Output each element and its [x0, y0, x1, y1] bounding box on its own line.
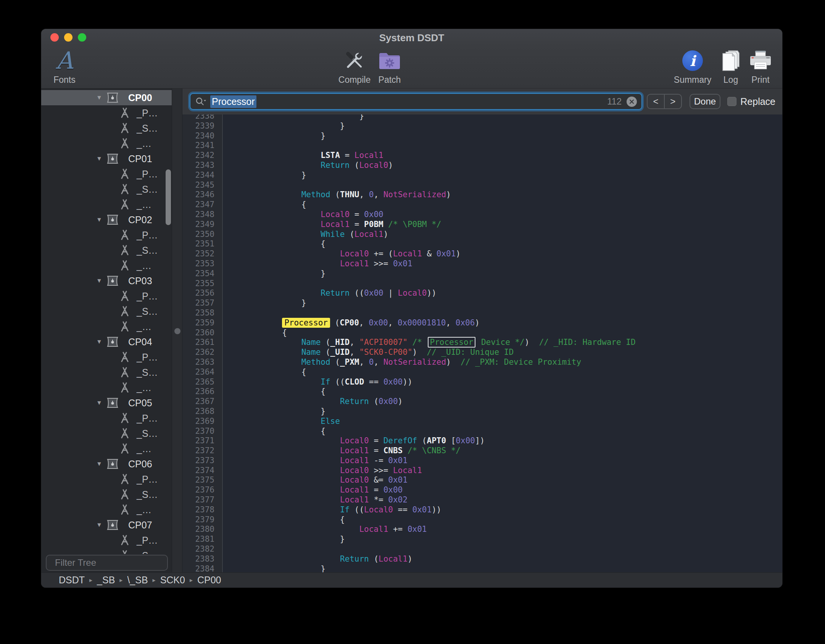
code-line[interactable]: 2380 Local1 += 0x01	[182, 525, 782, 535]
breadcrumb-item[interactable]: _SB	[97, 575, 115, 586]
code-line[interactable]: 2358	[182, 308, 782, 318]
sidebar-group-row[interactable]: ▼ CP06	[41, 456, 172, 472]
sidebar-child-row[interactable]: _…	[41, 441, 172, 456]
code-line[interactable]: 2353 Local1 >>= 0x01	[182, 259, 782, 269]
code-line[interactable]: 2379 {	[182, 515, 782, 525]
sidebar-child-row[interactable]: _P…	[41, 349, 172, 365]
breadcrumb-item[interactable]: SCK0	[160, 575, 185, 586]
sidebar-child-row[interactable]: _P…	[41, 105, 172, 121]
sidebar-child-row[interactable]: _S…	[41, 182, 172, 197]
sidebar-group-row[interactable]: ▼ CP02	[41, 212, 172, 227]
code-line[interactable]: 2349 Local1 = P0BM /* \P0BM */	[182, 220, 782, 230]
disclosure-triangle-icon[interactable]: ▼	[95, 399, 104, 406]
code-line[interactable]: 2369 Else	[182, 417, 782, 427]
disclosure-triangle-icon[interactable]: ▼	[95, 522, 104, 528]
splitter-handle-icon[interactable]	[174, 328, 180, 334]
summary-button[interactable]: i Summary	[672, 47, 714, 87]
code-line[interactable]: 2359 Processor (CP00, 0x00, 0x00001810, …	[182, 318, 782, 328]
sidebar-child-row[interactable]: _P…	[41, 533, 172, 548]
code-line[interactable]: 2373 Local1 -= 0x01	[182, 456, 782, 466]
code-line[interactable]: 2352 Local0 += (Local1 & 0x01)	[182, 249, 782, 259]
code-line[interactable]: 2342 LSTA = Local1	[182, 151, 782, 161]
disclosure-triangle-icon[interactable]: ▼	[95, 460, 104, 467]
pane-splitter[interactable]	[172, 89, 182, 572]
code-line[interactable]: 2374 Local0 >>= Local1	[182, 466, 782, 476]
filter-tree-field[interactable]	[46, 555, 168, 571]
sidebar-child-row[interactable]: _S…	[41, 365, 172, 380]
sidebar-group-row[interactable]: ▼ CP00	[41, 90, 172, 105]
breadcrumb-item[interactable]: CP00	[197, 575, 221, 586]
filter-tree-input[interactable]	[55, 557, 172, 568]
code-line[interactable]: 2354 }	[182, 269, 782, 279]
fonts-button[interactable]: A Fonts	[44, 47, 85, 87]
code-line[interactable]: 2381 }	[182, 535, 782, 544]
disclosure-triangle-icon[interactable]: ▼	[95, 155, 104, 162]
code-line[interactable]: 2384 }	[182, 564, 782, 572]
code-line[interactable]: 2383 Return (Local1)	[182, 554, 782, 564]
sidebar-child-row[interactable]: _…	[41, 502, 172, 517]
disclosure-triangle-icon[interactable]: ▼	[95, 216, 104, 223]
code-line[interactable]: 2363 Method (_PXM, 0, NotSerialized) // …	[182, 357, 782, 367]
sidebar-child-row[interactable]: _…	[41, 197, 172, 212]
code-line[interactable]: 2340 }	[182, 131, 782, 141]
disclosure-triangle-icon[interactable]: ▼	[95, 338, 104, 345]
sidebar-child-row[interactable]: _…	[41, 319, 172, 334]
sidebar-child-row[interactable]: _…	[41, 380, 172, 395]
find-next-button[interactable]: >	[665, 95, 681, 108]
replace-checkbox[interactable]	[727, 97, 736, 106]
sidebar-child-row[interactable]: _S…	[41, 426, 172, 441]
code-line[interactable]: 2368 }	[182, 407, 782, 417]
code-line[interactable]: 2370 {	[182, 427, 782, 436]
code-line[interactable]: 2351 {	[182, 239, 782, 249]
code-line[interactable]: 2372 Local1 = CNBS /* \CNBS */	[182, 446, 782, 456]
code-line[interactable]: 2364 {	[182, 367, 782, 377]
sidebar-child-row[interactable]: _P…	[41, 166, 172, 182]
sidebar-child-row[interactable]: _S…	[41, 487, 172, 502]
code-line[interactable]: 2365 If ((CLOD == 0x00))	[182, 377, 782, 387]
print-button[interactable]: Print	[740, 47, 781, 87]
disclosure-triangle-icon[interactable]: ▼	[95, 277, 104, 284]
code-line[interactable]: 2377 Local1 *= 0x02	[182, 495, 782, 505]
sidebar-child-row[interactable]: _S…	[41, 304, 172, 319]
code-line[interactable]: 2360 {	[182, 328, 782, 338]
find-field[interactable]: Processor 112	[190, 93, 642, 110]
code-line[interactable]: 2343 Return (Local0)	[182, 161, 782, 171]
code-line[interactable]: 2345	[182, 180, 782, 190]
code-line[interactable]: 2366 {	[182, 387, 782, 397]
sidebar-group-row[interactable]: ▼ CP05	[41, 395, 172, 411]
disclosure-triangle-icon[interactable]: ▼	[95, 94, 104, 101]
sidebar-child-row[interactable]: _P…	[41, 411, 172, 426]
code-line[interactable]: 2357 }	[182, 298, 782, 308]
code-line[interactable]: 2367 Return (0x00)	[182, 397, 782, 407]
code-line[interactable]: 2382	[182, 544, 782, 554]
find-input[interactable]: Processor	[210, 95, 256, 108]
sidebar-group-row[interactable]: ▼ CP04	[41, 334, 172, 349]
code-line[interactable]: 2346 Method (THNU, 0, NotSerialized)	[182, 190, 782, 200]
code-line[interactable]: 2378 If ((Local0 == 0x01))	[182, 505, 782, 515]
clear-search-icon[interactable]	[627, 97, 637, 107]
code-line[interactable]: 2361 Name (_HID, "ACPI0007" /* Processor…	[182, 338, 782, 348]
code-line[interactable]: 2362 Name (_UID, "SCK0-CP00") // _UID: U…	[182, 348, 782, 357]
code-line[interactable]: 2356 Return ((0x00 | Local0))	[182, 288, 782, 298]
code-line[interactable]: 2376 Local1 = 0x00	[182, 485, 782, 495]
sidebar-child-row[interactable]: _S…	[41, 243, 172, 258]
sidebar-child-row[interactable]: _…	[41, 258, 172, 273]
code-line[interactable]: 2341	[182, 141, 782, 151]
sidebar-group-row[interactable]: ▼ CP07	[41, 517, 172, 533]
sidebar-scrollbar-thumb[interactable]	[166, 169, 171, 225]
code-line[interactable]: 2350 While (Local1)	[182, 230, 782, 240]
code-line[interactable]: 2339 }	[182, 121, 782, 131]
sidebar-group-row[interactable]: ▼ CP03	[41, 273, 172, 288]
breadcrumb-item[interactable]: DSDT	[59, 575, 85, 586]
sidebar-child-row[interactable]: _P…	[41, 288, 172, 304]
code-editor[interactable]: 2338 }2339 }2340 }23412342 LSTA = Local1…	[182, 114, 782, 572]
search-menu-icon[interactable]	[195, 97, 206, 106]
sidebar-child-row[interactable]: _P…	[41, 472, 172, 487]
sidebar-child-row[interactable]: _…	[41, 136, 172, 151]
code-line[interactable]: 2371 Local0 = DerefOf (APT0 [0x00])	[182, 436, 782, 446]
sidebar-child-row[interactable]: _S…	[41, 548, 172, 554]
sidebar-child-row[interactable]: _S…	[41, 121, 172, 136]
patch-button[interactable]: Patch	[369, 47, 411, 87]
breadcrumb-item[interactable]: \_SB	[127, 575, 148, 586]
code-line[interactable]: 2344 }	[182, 171, 782, 180]
